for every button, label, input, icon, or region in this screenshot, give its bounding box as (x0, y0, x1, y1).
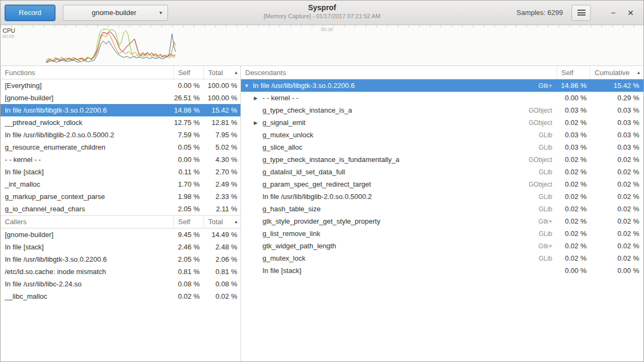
tree-row[interactable]: g_mutex_lockGLib0.02 %0.02 % (241, 252, 643, 264)
process-dropdown-label: gnome-builder (69, 9, 159, 17)
callers-column-label: Callers (5, 218, 26, 226)
table-row[interactable]: __libc_malloc0.02 %0.02 % (1, 290, 240, 302)
tree-row[interactable]: g_param_spec_get_redirect_targetGObject0… (241, 178, 643, 190)
table-row[interactable]: In file /usr/lib/libgtk-3.so.0.2200.62.0… (1, 253, 240, 265)
descendants-column-header[interactable]: Descendants (241, 66, 557, 79)
self-percent: 7.59 % (173, 131, 203, 139)
self-column-header[interactable]: Self (173, 66, 203, 79)
minimize-button[interactable]: − (605, 5, 622, 21)
tree-row[interactable]: g_mutex_unlockGLib0.03 %0.03 % (241, 129, 643, 141)
close-button[interactable]: × (622, 5, 639, 21)
descendants-self-column-header[interactable]: Self (557, 66, 590, 79)
tree-row[interactable]: ▼In file /usr/lib/libgtk-3.so.0.2200.6Gt… (241, 79, 643, 92)
table-row[interactable]: [gnome-builder]26.51 %100.00 % (1, 92, 240, 104)
cumulative-percent: 0.02 % (590, 180, 643, 188)
cumulative-percent: 0.03 % (590, 119, 643, 127)
tree-row[interactable]: g_type_check_instance_is_aGObject0.03 %0… (241, 104, 643, 116)
cpu-timeline[interactable]: CPU 00:00 00:30 (1, 25, 643, 66)
total-percent: 14.49 % (203, 231, 241, 239)
process-dropdown[interactable]: gnome-builder ▾ (63, 5, 168, 21)
self-percent: 0.11 % (173, 168, 203, 176)
table-row[interactable]: _int_malloc1.70 %2.49 % (1, 178, 240, 190)
cpu-label: CPU (3, 27, 15, 34)
self-percent: 0.08 % (173, 280, 203, 288)
library-label: GLib (539, 193, 557, 201)
table-row[interactable]: [gnome-builder]9.45 %14.49 % (1, 228, 240, 241)
total-percent: 2.48 % (203, 243, 241, 251)
tree-row[interactable]: In file /usr/lib/libglib-2.0.so.0.5000.2… (241, 190, 643, 203)
library-label: GLib (539, 205, 557, 213)
table-row[interactable]: In file [stack]0.11 %2.70 % (1, 166, 240, 178)
table-row[interactable]: - - kernel - -0.00 %4.30 % (1, 153, 240, 166)
callers-total-column-label: Total (208, 218, 223, 226)
tree-row[interactable]: gtk_widget_path_lengthGtk+0.02 %0.02 % (241, 240, 643, 252)
function-name: In file [stack] (1, 168, 173, 176)
total-percent: 2.33 % (203, 193, 241, 201)
function-name: g_mutex_unlock (262, 131, 313, 139)
collapse-icon[interactable]: ▼ (244, 83, 253, 88)
callers-self-column-header[interactable]: Self (173, 216, 203, 228)
functions-column-header[interactable]: Functions (1, 66, 173, 79)
self-column-label: Self (178, 69, 190, 77)
sort-indicator-icon: ▲ (636, 70, 641, 75)
cumulative-percent: 0.00 % (590, 267, 643, 275)
cumulative-percent: 0.02 % (590, 230, 643, 238)
header-right-controls: Samples: 6299 − × (516, 5, 639, 21)
tree-row[interactable]: In file [stack]0.00 %0.00 % (241, 264, 643, 277)
table-row[interactable]: In file /usr/lib/libglib-2.0.so.0.5000.2… (1, 129, 240, 141)
table-row[interactable]: g_markup_parse_context_parse1.98 %2.33 % (1, 190, 240, 203)
expand-icon[interactable]: ▶ (254, 95, 262, 101)
cumulative-percent: 0.02 % (590, 156, 643, 164)
function-name: /etc/ld.so.cache: inode mismatch (1, 268, 173, 276)
table-row[interactable]: In file [stack]2.46 %2.48 % (1, 241, 240, 253)
cumulative-percent: 0.02 % (590, 193, 643, 201)
descendants-tree: ▼In file /usr/lib/libgtk-3.so.0.2200.6Gt… (241, 79, 643, 277)
total-percent: 5.02 % (203, 143, 241, 151)
header-bar: Record gnome-builder ▾ Sysprof [Memory C… (1, 1, 643, 25)
total-percent: 2.06 % (203, 255, 241, 263)
self-percent: 0.05 % (173, 143, 203, 151)
function-name: g_type_check_instance_is_a (262, 106, 352, 114)
expand-icon[interactable]: ▶ (254, 120, 262, 125)
table-row[interactable]: g_io_channel_read_chars2.05 %2.11 % (1, 203, 240, 215)
cumulative-percent: 0.02 % (590, 254, 643, 262)
function-name: In file /usr/lib/libglib-2.0.so.0.5000.2 (1, 131, 173, 139)
table-row[interactable]: In file /usr/lib/libgtk-3.so.0.2200.614.… (1, 104, 240, 116)
table-row[interactable]: [Everything]0.00 %100.00 % (1, 79, 240, 92)
tree-row[interactable]: g_datalist_id_set_data_fullGLib0.02 %0.0… (241, 166, 643, 178)
function-name: [Everything] (1, 82, 173, 90)
total-column-header[interactable]: Total ▲ (203, 66, 241, 79)
samples-count: Samples: 6299 (516, 9, 563, 17)
tree-row[interactable]: ▶- - kernel - -0.00 %0.29 % (241, 92, 643, 104)
library-label: GObject (529, 181, 557, 188)
tree-row[interactable]: g_type_check_instance_is_fundamentally_a… (241, 153, 643, 166)
table-row[interactable]: In file /usr/lib/libc-2.24.so0.08 %0.08 … (1, 278, 240, 290)
function-name: __pthread_rwlock_rdlock (1, 119, 173, 127)
callers-column-header[interactable]: Callers (1, 216, 173, 228)
table-row[interactable]: g_resource_enumerate_children0.05 %5.02 … (1, 141, 240, 153)
total-percent: 2.49 % (203, 180, 241, 188)
function-name: g_list_remove_link (262, 230, 320, 238)
self-percent: 0.02 % (557, 168, 590, 176)
cumulative-column-label: Cumulative (595, 69, 630, 77)
library-label: GLib (539, 230, 557, 238)
cumulative-percent: 0.02 % (590, 205, 643, 213)
callers-total-column-header[interactable]: Total ▲ (203, 216, 241, 228)
table-row[interactable]: /etc/ld.so.cache: inode mismatch0.81 %0.… (1, 265, 240, 278)
function-name: g_signal_emit (262, 119, 305, 127)
descendants-panel: Descendants Self Cumulative ▲ ▼In file /… (241, 66, 643, 361)
timeline-tick-start: 00:00 (2, 34, 14, 39)
total-percent: 100.00 % (203, 94, 241, 102)
tree-row[interactable]: gtk_style_provider_get_style_propertyGtk… (241, 215, 643, 227)
app-title: Sysprof (264, 3, 380, 12)
cumulative-column-header[interactable]: Cumulative ▲ (590, 66, 643, 79)
tree-row[interactable]: g_slice_allocGLib0.03 %0.03 % (241, 141, 643, 153)
tree-row[interactable]: ▶g_signal_emitGObject0.02 %0.03 % (241, 116, 643, 129)
tree-row[interactable]: g_list_remove_linkGLib0.02 %0.02 % (241, 227, 643, 240)
record-button[interactable]: Record (5, 5, 55, 21)
self-percent: 2.46 % (173, 243, 203, 251)
menu-button[interactable] (572, 5, 591, 21)
table-row[interactable]: __pthread_rwlock_rdlock12.75 %12.81 % (1, 116, 240, 129)
function-name: g_io_channel_read_chars (1, 205, 173, 213)
tree-row[interactable]: g_hash_table_sizeGLib0.02 %0.02 % (241, 203, 643, 215)
